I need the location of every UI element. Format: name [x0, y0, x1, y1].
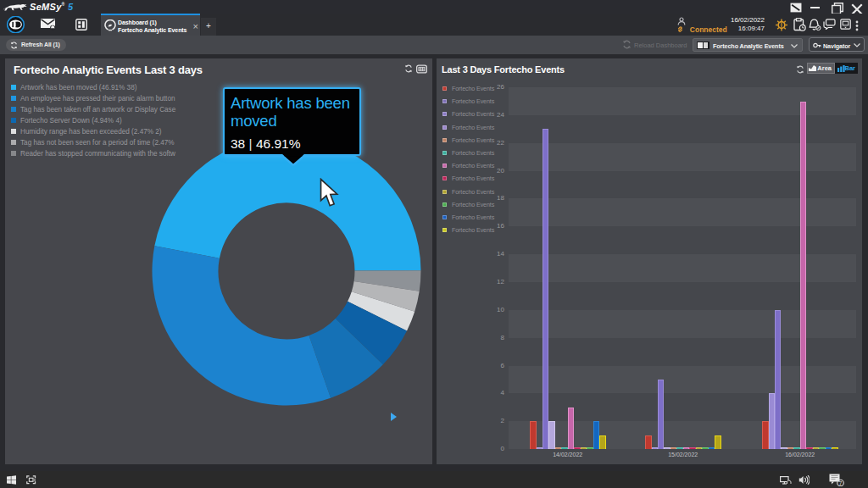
- svg-text:7: 7: [839, 480, 843, 486]
